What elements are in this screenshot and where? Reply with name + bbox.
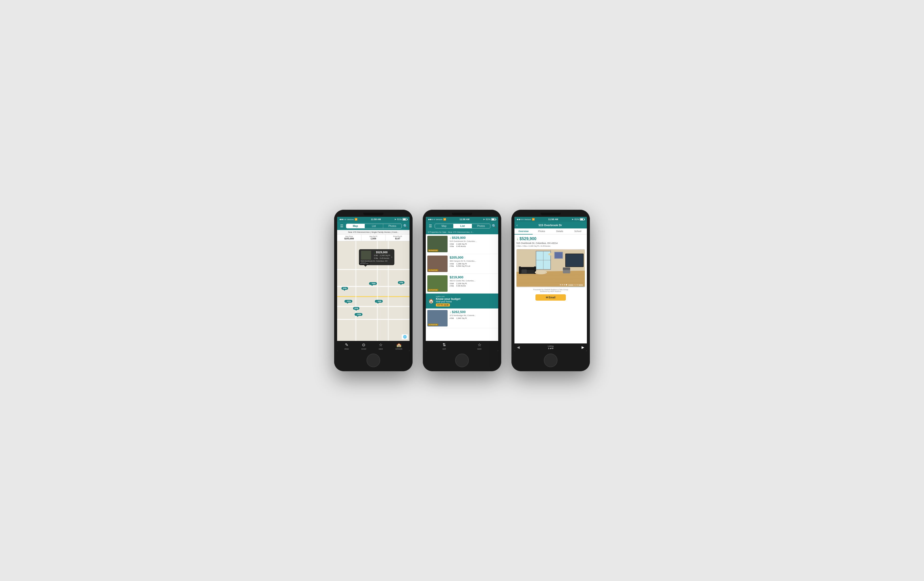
tab-details[interactable]: Details: [551, 228, 569, 234]
listing-address-3: 482 E Cooke Rd, Columbu...: [450, 280, 497, 282]
status-right: ➤ 81%: [394, 218, 407, 221]
bottom-save[interactable]: ☆ save: [379, 342, 383, 350]
search-icon-2[interactable]: 🔍: [492, 224, 496, 228]
price-bubble-188k[interactable]: ↓ 188k: [375, 300, 383, 303]
popup-details: 3 Bd 2,160 Sq Ft: [374, 254, 390, 257]
svg-rect-18: [566, 254, 583, 266]
tab-map-2[interactable]: Map: [435, 224, 454, 228]
tab-photos-2[interactable]: Photos: [472, 224, 490, 228]
svg-point-22: [548, 253, 553, 256]
price-bubble-263k[interactable]: ↓ 263k: [345, 300, 352, 303]
tab-list-2[interactable]: List: [454, 224, 472, 228]
location-icon: ➤: [394, 218, 396, 221]
broker-name: Brokered by HER Realtors: [516, 290, 585, 292]
bottom-sort[interactable]: ⇅ sort: [442, 342, 446, 350]
price-arrow-1: ↓: [450, 236, 451, 239]
bottom-draw[interactable]: ✎ draw: [345, 342, 349, 350]
spec-row-2b: 2 Ba 6,534 Sq Ft Lot: [450, 265, 497, 267]
carrier: Verizon: [347, 218, 354, 221]
phone-1-nav-bar: ☰ Map List Photos 🔍: [337, 222, 409, 230]
price-bubble-205k[interactable]: 205k: [342, 287, 348, 290]
listing-item-3[interactable]: 28 PHOTOS $219,900 482 E Cooke Rd, Colum…: [426, 274, 498, 294]
save-checkmark[interactable]: ✓: [582, 223, 585, 227]
detail-bottom-bar: ◀ Listing 1 of 9 ▶: [515, 343, 587, 351]
dot-1: [428, 219, 430, 220]
listing-item-1[interactable]: 36 PHOTOS ↓ $529,900 515 Overbrook Dr, C…: [426, 234, 498, 254]
spec-row-1a: 3 Bd 2,160 Sq Ft: [450, 243, 497, 245]
phone-2-nav-bar: ☰ Map List Photos 🔍: [426, 222, 498, 230]
listing-thumb-4: 14 PHOTOS: [427, 310, 447, 327]
dot-3: [343, 219, 345, 220]
price-bubble-105k[interactable]: 105k: [398, 281, 404, 284]
listing-item-2[interactable]: 22 PHOTOS $205,000 383 Canyon Dr N, Colu…: [426, 254, 498, 274]
detail-price: ↓ $529,900: [516, 236, 585, 241]
signal-dots-3: [517, 219, 523, 220]
popup-details-2: 3 Ba 0.45 Acres: [374, 257, 390, 259]
bottom-scout[interactable]: ⊙ scout: [361, 342, 366, 350]
listing-specs-4: 4 Bd 1,942 Sq Ft: [450, 317, 497, 319]
price-bubble-205k-2[interactable]: ↓ 205k: [355, 313, 363, 316]
spec-row-4a: 4 Bd 1,942 Sq Ft: [450, 317, 497, 319]
status-left: Verizon 📶: [340, 218, 357, 221]
room-photo-svg: [516, 249, 585, 287]
price-bubble-200k[interactable]: 200k: [353, 307, 360, 310]
ad-subline: Find your home: [436, 300, 460, 303]
listing-thumb-3: 28 PHOTOS: [427, 275, 447, 292]
listing-item-4[interactable]: 14 PHOTOS ↓ $262,500 373 Northridge Rd, …: [426, 309, 498, 328]
location-icon-3: ➤: [572, 218, 574, 221]
time-display: 11:58 AM: [371, 218, 381, 221]
svg-rect-24: [563, 267, 570, 270]
bottom-schools[interactable]: 🏫 schools: [395, 342, 402, 350]
email-button[interactable]: ✉ Email: [535, 294, 566, 300]
photo-badge-2: 22 PHOTOS: [428, 269, 438, 271]
phone-2: Verizon 📶 11:58 AM ➤ 81% ☰ Map List Phot…: [423, 210, 501, 371]
dot-2: [430, 219, 431, 220]
listing-address-2: 383 Canyon Dr N, Columbu...: [450, 260, 497, 262]
ad-cta-button[interactable]: Get the app ▶: [436, 304, 450, 307]
listing-prev-arrow[interactable]: ◀: [517, 345, 520, 349]
save-icon-list: ☆: [478, 342, 481, 347]
listings-container[interactable]: 36 PHOTOS ↓ $529,900 515 Overbrook Dr, C…: [426, 234, 498, 341]
tab-photos[interactable]: Photos: [533, 228, 551, 234]
pdot-1: [560, 284, 561, 286]
sort-icon: ⇅: [442, 342, 446, 347]
svg-rect-11: [519, 266, 521, 274]
search-icon[interactable]: 🔍: [403, 224, 408, 228]
map-area[interactable]: ↓ $529,900 3 Bd 2,160 Sq Ft 3 Ba 0.45 Ac…: [337, 241, 409, 341]
map-property-popup[interactable]: ↓ $529,900 3 Bd 2,160 Sq Ft 3 Ba 0.45 Ac…: [359, 249, 394, 265]
detail-photo-area[interactable]: ◆◆◆◆ 4 of 36 ◆◆◆: [516, 249, 585, 287]
back-button[interactable]: ‹: [516, 223, 518, 227]
battery-pct: 81%: [397, 218, 402, 221]
hamburger-icon-2[interactable]: ☰: [428, 223, 433, 228]
svg-rect-20: [555, 252, 562, 258]
photo-badge: 36 PHOTOS: [360, 262, 370, 265]
hamburger-icon[interactable]: ☰: [339, 223, 345, 228]
price-bubble-530k[interactable]: ↓ 530k: [369, 282, 377, 285]
phone-2-screen: Verizon 📶 11:58 AM ➤ 81% ☰ Map List Phot…: [426, 217, 498, 351]
tab-list[interactable]: List: [365, 224, 383, 228]
status-left-2: Verizon 📶: [428, 218, 446, 221]
location-icon-2: ➤: [483, 218, 485, 221]
svg-rect-13: [522, 269, 526, 273]
battery-icon-2: [491, 218, 496, 221]
dot-3: [520, 219, 522, 220]
tab-school[interactable]: School: [569, 228, 587, 234]
signal-dots: [340, 219, 346, 220]
status-left-3: Verizon 📶: [517, 218, 535, 221]
ad-banner[interactable]: 🏠 realtor.com Know your budget Find your…: [426, 294, 498, 309]
tab-overview[interactable]: Overview: [515, 228, 533, 234]
listing-next-arrow[interactable]: ▶: [582, 345, 584, 349]
battery-icon-3: [580, 218, 584, 221]
stat-avg-price: Avg Price $243,888: [337, 234, 361, 241]
map-layers-icon[interactable]: 🌐: [402, 334, 408, 339]
carrier-2: Verizon: [436, 218, 442, 221]
tab-map[interactable]: Map: [346, 224, 365, 228]
listing-address-1: 515 Overbrook Dr, Columbu...: [450, 240, 497, 243]
scout-icon: ⊙: [362, 342, 365, 347]
phone-1: Verizon 📶 11:58 AM ➤ 81% ☰ Map List Phot…: [334, 210, 412, 371]
stat-value-sqft: 1,656: [362, 237, 385, 240]
tab-photos[interactable]: Photos: [383, 224, 401, 228]
popup-info: ↓ $529,900 3 Bd 2,160 Sq Ft 3 Ba 0.45 Ac…: [374, 251, 390, 259]
listing-price-1: ↓ $529,900: [450, 236, 497, 239]
bottom-save-list[interactable]: ☆ save: [477, 342, 482, 350]
